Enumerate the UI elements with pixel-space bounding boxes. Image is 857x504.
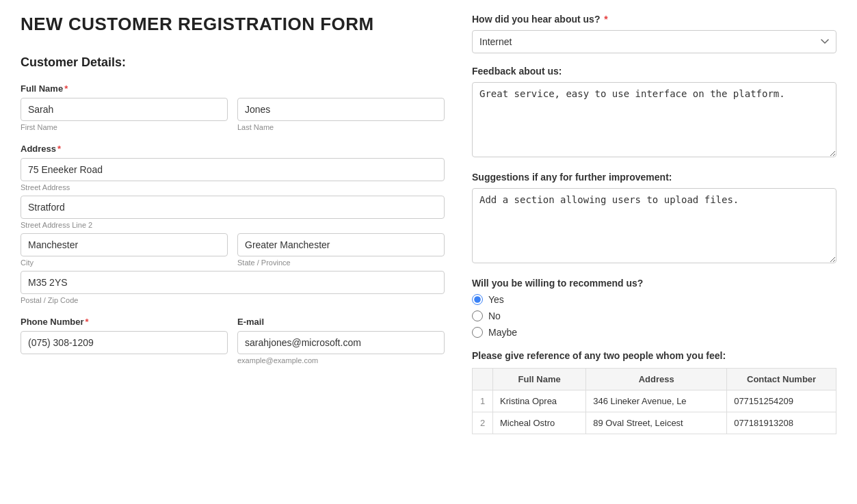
city-field: City: [21, 233, 228, 267]
references-header-contact: Contact Number: [727, 369, 836, 390]
row-address: 89 Oval Street, Leicest: [586, 412, 727, 434]
last-name-field: Last Name: [237, 98, 445, 131]
recommend-maybe[interactable]: Maybe: [472, 327, 836, 338]
recommend-group: Will you be willing to recommend us? Yes…: [472, 278, 836, 338]
feedback-textarea[interactable]: Great service, easy to use interface on …: [472, 82, 836, 157]
page-title: NEW CUSTOMER REGISTRATION FORM: [21, 14, 445, 35]
street-address2-field: Street Address Line 2: [21, 196, 445, 229]
address-group: Address* Street Address Street Address L…: [21, 144, 445, 304]
left-column: NEW CUSTOMER REGISTRATION FORM Customer …: [21, 14, 445, 490]
email-group: E-mail example@example.com: [237, 317, 445, 364]
references-section: Please give reference of any two people …: [472, 350, 836, 434]
city-input[interactable]: [21, 233, 228, 256]
table-row: 2 Micheal Ostro 89 Oval Street, Leicest …: [473, 412, 836, 434]
street-address-input[interactable]: [21, 158, 445, 181]
row-name: Micheal Ostro: [493, 412, 586, 434]
right-column: How did you hear about us? * Internet Fr…: [472, 14, 836, 490]
references-header-num: [473, 369, 493, 390]
phone-email-row: Phone Number* E-mail example@example.com: [21, 317, 445, 364]
recommend-maybe-label: Maybe: [488, 327, 517, 338]
city-sublabel: City: [21, 258, 228, 267]
email-label: E-mail: [237, 317, 445, 327]
first-name-sublabel: First Name: [21, 123, 228, 131]
hear-about-us-label: How did you hear about us? *: [472, 14, 836, 25]
email-sublabel: example@example.com: [237, 356, 445, 364]
street-address2-sublabel: Street Address Line 2: [21, 221, 445, 229]
hear-about-us-select[interactable]: Internet Friend Social Media Advertiseme…: [472, 30, 836, 53]
recommend-yes[interactable]: Yes: [472, 294, 836, 305]
references-header-row: Full Name Address Contact Number: [473, 369, 836, 390]
references-table: Full Name Address Contact Number 1 Krist…: [472, 368, 836, 434]
hear-about-us-group: How did you hear about us? * Internet Fr…: [472, 14, 836, 53]
suggestions-textarea[interactable]: Add a section allowing users to upload f…: [472, 188, 836, 263]
recommend-no[interactable]: No: [472, 310, 836, 321]
street-address-sublabel: Street Address: [21, 183, 445, 191]
recommend-radio-group: Yes No Maybe: [472, 294, 836, 338]
zip-field: Postal / Zip Code: [21, 271, 445, 304]
references-label: Please give reference of any two people …: [472, 350, 836, 361]
references-header-name: Full Name: [493, 369, 586, 390]
state-input[interactable]: [237, 233, 445, 256]
suggestions-group: Suggestions if any for further improveme…: [472, 172, 836, 265]
last-name-input[interactable]: [237, 98, 445, 121]
row-num: 1: [473, 390, 493, 412]
references-header-address: Address: [586, 369, 727, 390]
full-name-group: Full Name* First Name Last Name: [21, 83, 445, 131]
first-name-field: First Name: [21, 98, 228, 131]
table-row: 1 Kristina Oprea 346 Lineker Avenue, Le …: [473, 390, 836, 412]
zip-input[interactable]: [21, 271, 445, 294]
street-address-field: Street Address: [21, 158, 445, 191]
recommend-no-radio[interactable]: [472, 310, 483, 321]
row-address: 346 Lineker Avenue, Le: [586, 390, 727, 412]
city-state-row: City State / Province: [21, 233, 445, 267]
recommend-yes-radio[interactable]: [472, 294, 483, 305]
full-name-label: Full Name*: [21, 83, 445, 94]
state-sublabel: State / Province: [237, 258, 445, 267]
name-row: First Name Last Name: [21, 98, 445, 131]
phone-group: Phone Number*: [21, 317, 228, 364]
recommend-maybe-radio[interactable]: [472, 327, 483, 338]
state-field: State / Province: [237, 233, 445, 267]
recommend-yes-label: Yes: [488, 294, 504, 305]
feedback-label: Feedback about us:: [472, 66, 836, 77]
zip-sublabel: Postal / Zip Code: [21, 296, 445, 304]
last-name-sublabel: Last Name: [237, 123, 445, 131]
suggestions-label: Suggestions if any for further improveme…: [472, 172, 836, 183]
street-address2-input[interactable]: [21, 196, 445, 219]
first-name-input[interactable]: [21, 98, 228, 121]
recommend-label: Will you be willing to recommend us?: [472, 278, 836, 289]
customer-details-heading: Customer Details:: [21, 55, 445, 70]
row-num: 2: [473, 412, 493, 434]
address-label: Address*: [21, 144, 445, 154]
feedback-group: Feedback about us: Great service, easy t…: [472, 66, 836, 159]
email-input[interactable]: [237, 331, 445, 354]
phone-label: Phone Number*: [21, 317, 228, 327]
recommend-no-label: No: [488, 310, 501, 321]
row-contact: 077151254209: [727, 390, 836, 412]
phone-input[interactable]: [21, 331, 228, 354]
row-name: Kristina Oprea: [493, 390, 586, 412]
row-contact: 077181913208: [727, 412, 836, 434]
